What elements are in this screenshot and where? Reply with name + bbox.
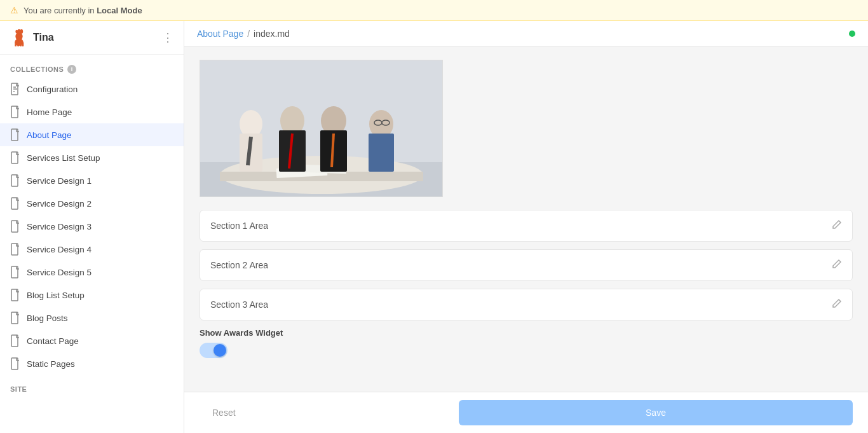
sidebar-item-static-pages[interactable]: Static Pages — [0, 352, 184, 375]
sidebar-item-label: Contact Page — [27, 336, 79, 346]
show-awards-toggle[interactable] — [200, 343, 227, 358]
section-1-label: Section 1 Area — [210, 221, 268, 231]
warning-icon: ⚠ — [10, 5, 18, 15]
warning-bar: ⚠ You are currently in Local Mode — [0, 0, 868, 21]
doc-icon — [10, 243, 20, 256]
svg-rect-6 — [17, 43, 19, 46]
section-3-edit-icon[interactable] — [832, 298, 842, 311]
sidebar-item-blog-list-setup[interactable]: Blog List Setup — [0, 284, 184, 306]
breadcrumb: About Page / index.md — [197, 29, 290, 39]
doc-icon — [10, 220, 20, 233]
doc-icon — [10, 151, 20, 164]
doc-icon — [10, 83, 20, 95]
sidebar-item-label: Service Design 5 — [27, 268, 92, 277]
reset-button[interactable]: Reset — [200, 401, 248, 424]
section-1-edit-icon[interactable] — [832, 219, 842, 232]
sidebar-item-service-design-4[interactable]: Service Design 4 — [0, 238, 184, 261]
sidebar-item-configuration[interactable]: Configuration — [0, 78, 184, 100]
brand: Tina — [10, 29, 54, 46]
warning-text: You are currently in Local Mode — [24, 6, 142, 15]
doc-icon — [10, 197, 20, 210]
sidebar-item-service-design-3[interactable]: Service Design 3 — [0, 215, 184, 238]
section-2-card: Section 2 Area — [200, 249, 853, 281]
preview-image — [200, 60, 443, 197]
sidebar-item-label: Configuration — [27, 85, 78, 94]
doc-icon — [10, 312, 20, 324]
sidebar-item-blog-posts[interactable]: Blog Posts — [0, 306, 184, 329]
status-indicator — [849, 31, 855, 37]
sidebar-item-label: Blog List Setup — [27, 291, 85, 300]
doc-icon — [10, 357, 20, 370]
sidebar-item-label: Static Pages — [27, 359, 75, 369]
sidebar-item-service-design-5[interactable]: Service Design 5 — [0, 261, 184, 284]
llama-icon — [10, 29, 28, 46]
sidebar-item-label: Home Page — [27, 107, 72, 117]
breadcrumb-current: index.md — [254, 29, 290, 39]
sidebar-item-label: About Page — [27, 130, 72, 140]
svg-rect-8 — [22, 42, 24, 46]
sidebar-item-label: Services List Setup — [27, 153, 100, 163]
doc-icon — [10, 174, 20, 187]
doc-icon — [10, 334, 20, 347]
sidebar-item-about-page[interactable]: About Page — [0, 123, 184, 146]
toggle-label: Show Awards Widget — [200, 328, 853, 338]
section-3-label: Section 3 Area — [210, 299, 268, 310]
content-inner: Section 1 Area Section 2 Area — [184, 47, 868, 371]
sidebar-item-home-page[interactable]: Home Page — [0, 100, 184, 123]
svg-rect-7 — [20, 43, 22, 46]
sidebar-item-services-list-setup[interactable]: Services List Setup — [0, 146, 184, 169]
svg-rect-5 — [15, 42, 17, 46]
collections-info-icon[interactable]: i — [67, 65, 76, 74]
doc-icon — [10, 128, 20, 141]
action-bar: Reset Save — [184, 392, 868, 433]
local-mode-label: Local Mode — [97, 6, 142, 15]
sidebar-item-contact-page[interactable]: Contact Page — [0, 329, 184, 352]
breadcrumb-separator: / — [247, 29, 250, 39]
sidebar-item-label: Service Design 2 — [27, 199, 92, 209]
breadcrumb-bar: About Page / index.md — [184, 21, 868, 47]
section-2-label: Section 2 Area — [210, 260, 268, 270]
section-3-card: Section 3 Area — [200, 289, 853, 320]
meeting-image — [200, 60, 443, 197]
toggle-knob — [214, 344, 226, 357]
sidebar-item-label: Blog Posts — [27, 313, 68, 323]
sidebar-item-label: Service Design 3 — [27, 222, 92, 231]
breadcrumb-parent-link[interactable]: About Page — [197, 29, 243, 39]
doc-icon — [10, 266, 20, 278]
sidebar-item-service-design-1[interactable]: Service Design 1 — [0, 169, 184, 192]
sidebar-item-label: Service Design 1 — [27, 176, 92, 186]
main-content: About Page / index.md — [184, 21, 868, 433]
sidebar-menu-icon[interactable]: ⋮ — [162, 31, 173, 45]
collections-label: COLLECTIONS i — [0, 55, 184, 78]
save-button[interactable]: Save — [459, 400, 853, 425]
doc-icon — [10, 289, 20, 301]
sidebar-header: Tina ⋮ — [0, 21, 184, 55]
section-1-card: Section 1 Area — [200, 210, 853, 242]
svg-point-4 — [15, 30, 17, 34]
sidebar-item-service-design-2[interactable]: Service Design 2 — [0, 192, 184, 215]
svg-point-3 — [20, 29, 23, 34]
brand-name: Tina — [33, 32, 54, 43]
site-label: SITE — [0, 375, 184, 397]
sidebar-scroll: COLLECTIONS i Configuration Home Page — [0, 55, 184, 433]
svg-rect-38 — [369, 134, 394, 172]
sidebar: Tina ⋮ COLLECTIONS i Configuration — [0, 21, 184, 433]
section-2-edit-icon[interactable] — [832, 259, 842, 271]
toggle-section: Show Awards Widget — [200, 328, 853, 358]
doc-icon — [10, 106, 20, 118]
image-container — [200, 60, 853, 197]
sidebar-item-label: Service Design 4 — [27, 245, 92, 254]
content-scroll[interactable]: Section 1 Area Section 2 Area — [184, 47, 868, 392]
